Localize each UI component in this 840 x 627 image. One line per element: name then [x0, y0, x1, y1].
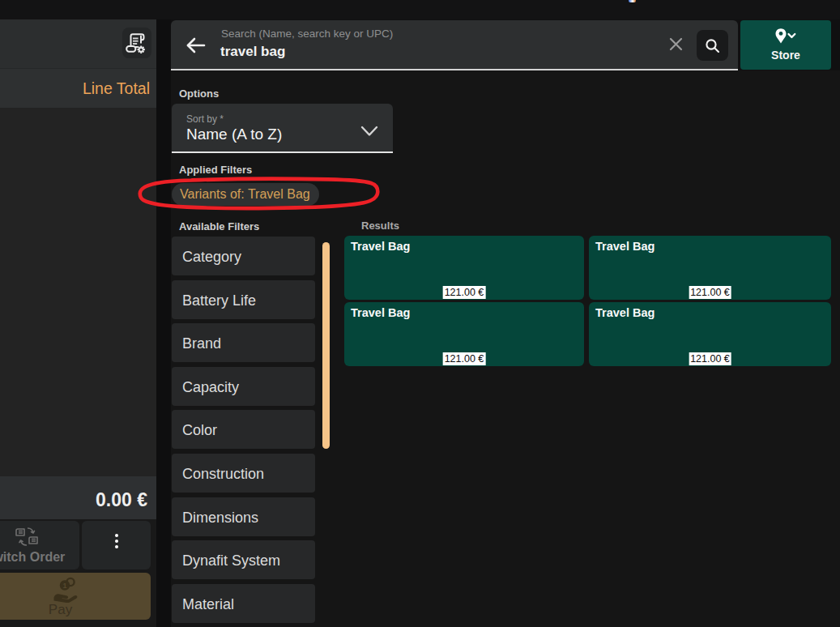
svg-text:1: 1: [62, 582, 66, 590]
